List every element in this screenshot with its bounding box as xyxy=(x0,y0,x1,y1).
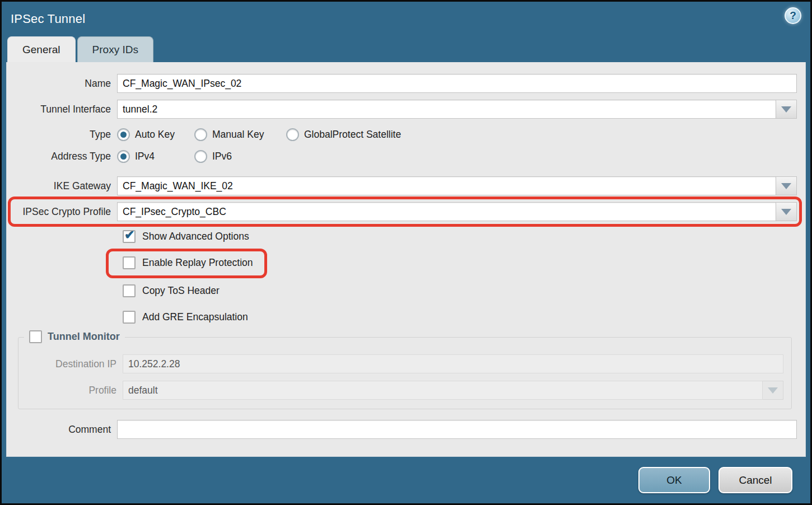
comment-field-wrap xyxy=(117,420,797,439)
address-type-row: Address Type IPv4 IPv6 xyxy=(7,150,797,163)
tab-bar: General Proxy IDs xyxy=(2,36,810,62)
chevron-down-icon xyxy=(781,209,791,215)
profile-label: Profile xyxy=(18,385,123,396)
general-tab-panel: Name Tunnel Interface Type Auto Key xyxy=(6,62,806,457)
type-radio-group: Auto Key Manual Key GlobalProtect Satell… xyxy=(117,128,401,141)
tunnel-interface-dropdown-button[interactable] xyxy=(776,100,797,119)
chevron-down-icon xyxy=(781,183,791,189)
add-gre-encapsulation-row[interactable]: Add GRE Encapsulation xyxy=(123,311,248,324)
radio-globalprotect-satellite[interactable]: GlobalProtect Satellite xyxy=(286,128,401,141)
name-field-wrap xyxy=(117,74,797,93)
radio-manual-key-icon xyxy=(194,128,207,141)
radio-globalprotect-satellite-icon xyxy=(286,128,299,141)
help-glyph: ? xyxy=(790,10,796,22)
name-input[interactable] xyxy=(117,74,797,93)
radio-auto-key-label: Auto Key xyxy=(135,129,175,141)
help-icon[interactable]: ? xyxy=(785,7,801,24)
profile-dropdown-button xyxy=(763,381,783,400)
cancel-button[interactable]: Cancel xyxy=(718,467,792,493)
radio-manual-key[interactable]: Manual Key xyxy=(194,128,286,141)
dialog-title: IPSec Tunnel xyxy=(11,12,85,26)
radio-manual-key-label: Manual Key xyxy=(212,129,264,141)
name-row: Name xyxy=(7,74,797,93)
destination-ip-field-wrap xyxy=(123,354,783,373)
type-label: Type xyxy=(7,129,117,141)
ipsec-tunnel-dialog: IPSec Tunnel ? General Proxy IDs Name Tu… xyxy=(2,2,810,503)
enable-replay-protection-checkbox[interactable] xyxy=(123,256,136,269)
enable-replay-protection-label: Enable Replay Protection xyxy=(142,257,253,269)
profile-field-wrap xyxy=(123,381,783,400)
radio-ipv4-label: IPv4 xyxy=(135,151,155,162)
copy-tos-header-checkbox[interactable] xyxy=(123,284,136,297)
ike-gateway-dropdown-button[interactable] xyxy=(776,176,797,195)
radio-auto-key-icon xyxy=(117,128,130,141)
tab-general[interactable]: General xyxy=(7,36,76,62)
type-row: Type Auto Key Manual Key GlobalProtect S… xyxy=(7,128,797,141)
tunnel-monitor-checkbox[interactable] xyxy=(29,330,42,343)
ike-gateway-label: IKE Gateway xyxy=(7,180,117,192)
dialog-titlebar: IPSec Tunnel ? xyxy=(2,2,810,36)
address-type-radio-group: IPv4 IPv6 xyxy=(117,150,232,163)
destination-ip-input xyxy=(123,354,783,373)
name-label: Name xyxy=(7,78,117,90)
profile-input xyxy=(123,381,763,400)
enable-replay-protection-row[interactable]: Enable Replay Protection xyxy=(123,256,253,269)
tunnel-monitor-legend: Tunnel Monitor xyxy=(24,330,125,343)
copy-tos-header-row[interactable]: Copy ToS Header xyxy=(123,284,220,297)
address-type-label: Address Type xyxy=(7,151,117,162)
add-gre-encapsulation-label: Add GRE Encapsulation xyxy=(142,311,248,323)
comment-label: Comment xyxy=(7,424,117,436)
radio-globalprotect-satellite-label: GlobalProtect Satellite xyxy=(304,129,401,141)
tab-proxy-ids-label: Proxy IDs xyxy=(92,44,138,56)
radio-ipv6-icon xyxy=(194,150,207,163)
ipsec-crypto-profile-dropdown-button[interactable] xyxy=(776,202,797,221)
profile-row: Profile xyxy=(18,381,783,400)
radio-ipv4-icon xyxy=(117,150,130,163)
tab-general-label: General xyxy=(22,44,60,56)
tunnel-interface-label: Tunnel Interface xyxy=(7,104,117,115)
ipsec-crypto-profile-row: IPSec Crypto Profile xyxy=(7,202,797,221)
radio-ipv6-label: IPv6 xyxy=(212,151,232,162)
comment-input[interactable] xyxy=(117,420,797,439)
tunnel-interface-field-wrap xyxy=(117,100,797,119)
ipsec-crypto-profile-input[interactable] xyxy=(117,202,776,221)
destination-ip-label: Destination IP xyxy=(18,358,123,370)
add-gre-encapsulation-checkbox[interactable] xyxy=(123,311,136,324)
tunnel-monitor-fieldset: Tunnel Monitor Destination IP Profile xyxy=(18,337,792,409)
show-advanced-options-row[interactable]: Show Advanced Options xyxy=(123,230,249,243)
ok-button[interactable]: OK xyxy=(638,467,710,493)
chevron-down-icon xyxy=(768,387,778,394)
ipsec-crypto-profile-field-wrap xyxy=(117,202,797,221)
radio-ipv6[interactable]: IPv6 xyxy=(194,150,232,163)
ipsec-crypto-profile-label: IPSec Crypto Profile xyxy=(7,206,117,218)
tunnel-interface-input[interactable] xyxy=(117,100,776,119)
ike-gateway-row: IKE Gateway xyxy=(7,176,797,195)
destination-ip-row: Destination IP xyxy=(18,354,783,373)
ike-gateway-input[interactable] xyxy=(117,176,776,195)
dialog-footer: OK Cancel xyxy=(2,457,810,503)
show-advanced-options-checkbox[interactable] xyxy=(123,230,136,243)
comment-row: Comment xyxy=(7,420,797,439)
show-advanced-options-label: Show Advanced Options xyxy=(142,231,249,242)
tunnel-interface-row: Tunnel Interface xyxy=(7,100,797,119)
ike-gateway-field-wrap xyxy=(117,176,797,195)
copy-tos-header-label: Copy ToS Header xyxy=(142,285,220,297)
radio-ipv4[interactable]: IPv4 xyxy=(117,150,194,163)
tunnel-monitor-label: Tunnel Monitor xyxy=(48,331,120,343)
chevron-down-icon xyxy=(781,106,791,113)
tab-proxy-ids[interactable]: Proxy IDs xyxy=(77,36,153,62)
radio-auto-key[interactable]: Auto Key xyxy=(117,128,194,141)
